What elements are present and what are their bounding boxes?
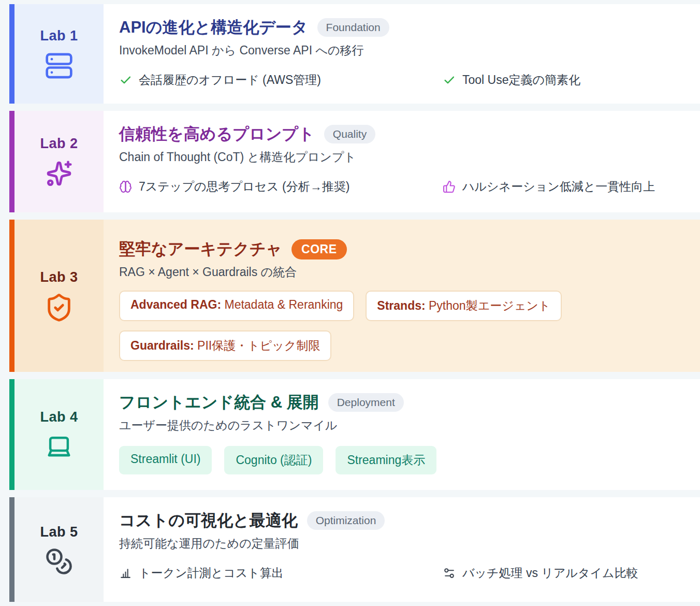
feature-list: 会話履歴のオフロード (AWS管理) Tool Use定義の簡素化 — [119, 72, 688, 88]
spec-pill-label: Strands: — [377, 299, 425, 312]
lab-sidebar: Lab 2 — [14, 111, 104, 212]
server-icon — [45, 51, 74, 80]
laptop-icon — [45, 432, 73, 460]
feature-list: トークン計測とコスト算出 バッチ処理 vs リアルタイム比較 — [119, 565, 688, 581]
lab-sidebar: Lab 3 — [14, 220, 104, 372]
lab-subtitle: InvokeModel API から Converse API への移行 — [119, 42, 688, 59]
feature-item: 会話履歴のオフロード (AWS管理) — [119, 72, 443, 88]
lab-title: 堅牢なアーキテクチャ — [119, 239, 282, 259]
tech-tag-list: Streamlit (UI) Cognito (認証) Streaming表示 — [119, 446, 688, 474]
lab-title: APIの進化と構造化データ — [119, 18, 308, 38]
lab-subtitle: RAG × Agent × Guardrails の統合 — [119, 264, 688, 280]
lab-label: Lab 2 — [40, 136, 78, 152]
lab-card-3: Lab 3 堅牢なアーキテクチャ CORE RAG × Agent × Guar… — [9, 220, 700, 372]
spec-pill-text: Python製エージェント — [426, 299, 551, 312]
accent-bar — [9, 111, 14, 212]
shield-check-icon — [44, 293, 74, 323]
feature-item: 7ステップの思考プロセス (分析→推奨) — [119, 179, 443, 195]
tech-tag: Cognito (認証) — [224, 446, 323, 474]
category-badge: Foundation — [317, 18, 389, 37]
lab-content: 堅牢なアーキテクチャ CORE RAG × Agent × Guardrails… — [104, 220, 700, 372]
bar-chart-icon — [119, 567, 132, 580]
feature-text: トークン計測とコスト算出 — [139, 565, 284, 581]
check-icon — [443, 74, 456, 86]
coins-icon — [45, 547, 73, 575]
spec-pill-label: Advanced RAG: — [130, 298, 221, 311]
feature-item: Tool Use定義の簡素化 — [443, 72, 688, 88]
lab-label: Lab 4 — [40, 409, 78, 425]
accent-bar — [9, 379, 14, 490]
feature-text: バッチ処理 vs リアルタイム比較 — [462, 565, 638, 581]
lab-title: コストの可視化と最適化 — [119, 511, 298, 531]
lab-sidebar: Lab 4 — [14, 379, 104, 490]
lab-label: Lab 3 — [40, 269, 78, 285]
feature-text: ハルシネーション低減と一貫性向上 — [462, 179, 655, 195]
category-badge: Deployment — [328, 393, 404, 412]
category-badge: Optimization — [307, 511, 385, 530]
lab-subtitle: ユーザー提供のためのラストワンマイル — [119, 417, 688, 434]
spec-pill-text: PII保護・トピック制限 — [194, 339, 320, 352]
spec-pill-label: Guardrails: — [130, 339, 194, 352]
lab-content: フロントエンド統合 & 展開 Deployment ユーザー提供のためのラストワ… — [104, 379, 700, 490]
lab-sidebar: Lab 5 — [14, 497, 104, 602]
lab-content: 信頼性を高めるプロンプト Quality Chain of Thought (C… — [104, 111, 700, 212]
lab-sidebar: Lab 1 — [14, 4, 104, 104]
lab-content: APIの進化と構造化データ Foundation InvokeModel API… — [104, 4, 700, 104]
spec-pill-text: Metadata & Reranking — [221, 298, 343, 311]
feature-item: バッチ処理 vs リアルタイム比較 — [443, 565, 688, 581]
lab-card-2: Lab 2 信頼性を高めるプロンプト Quality Chain of Thou… — [9, 111, 700, 212]
accent-bar — [9, 4, 14, 104]
category-badge: Quality — [324, 125, 375, 143]
brain-icon — [119, 180, 132, 193]
lab-content: コストの可視化と最適化 Optimization 持続可能な運用のための定量評価… — [104, 497, 700, 602]
lab-card-1: Lab 1 APIの進化と構造化データ Foundation InvokeMod… — [9, 4, 700, 104]
spec-pill: Strands: Python製エージェント — [366, 291, 562, 321]
tech-tag: Streamlit (UI) — [119, 446, 212, 474]
lab-card-5: Lab 5 コストの可視化と最適化 Optimization 持続可能な運用のた… — [9, 497, 700, 602]
accent-bar — [9, 497, 14, 602]
lab-card-4: Lab 4 フロントエンド統合 & 展開 Deployment ユーザー提供のた… — [9, 379, 700, 490]
tech-tag: Streaming表示 — [336, 446, 436, 474]
lab-label: Lab 1 — [40, 28, 78, 44]
spec-pill: Guardrails: PII保護・トピック制限 — [119, 330, 331, 361]
accent-bar — [9, 220, 14, 372]
feature-text: 会話履歴のオフロード (AWS管理) — [139, 72, 321, 88]
feature-list: 7ステップの思考プロセス (分析→推奨) ハルシネーション低減と一貫性向上 — [119, 179, 688, 195]
spec-pill: Advanced RAG: Metadata & Reranking — [119, 291, 354, 321]
feature-item: ハルシネーション低減と一貫性向上 — [443, 179, 688, 195]
sliders-icon — [443, 567, 456, 580]
feature-text: Tool Use定義の簡素化 — [462, 72, 580, 88]
thumbs-up-icon — [443, 180, 456, 193]
lab-subtitle: 持続可能な運用のための定量評価 — [119, 536, 688, 552]
sparkles-icon — [45, 159, 74, 188]
feature-item: トークン計測とコスト算出 — [119, 565, 443, 581]
check-icon — [119, 74, 132, 86]
feature-text: 7ステップの思考プロセス (分析→推奨) — [139, 179, 349, 195]
lab-title: フロントエンド統合 & 展開 — [119, 393, 319, 413]
spec-pill-list: Advanced RAG: Metadata & Reranking Stran… — [119, 291, 637, 361]
lab-title: 信頼性を高めるプロンプト — [119, 124, 315, 145]
lab-label: Lab 5 — [40, 524, 78, 540]
core-badge: CORE — [291, 239, 346, 259]
lab-subtitle: Chain of Thought (CoT) と構造化プロンプト — [119, 149, 688, 165]
